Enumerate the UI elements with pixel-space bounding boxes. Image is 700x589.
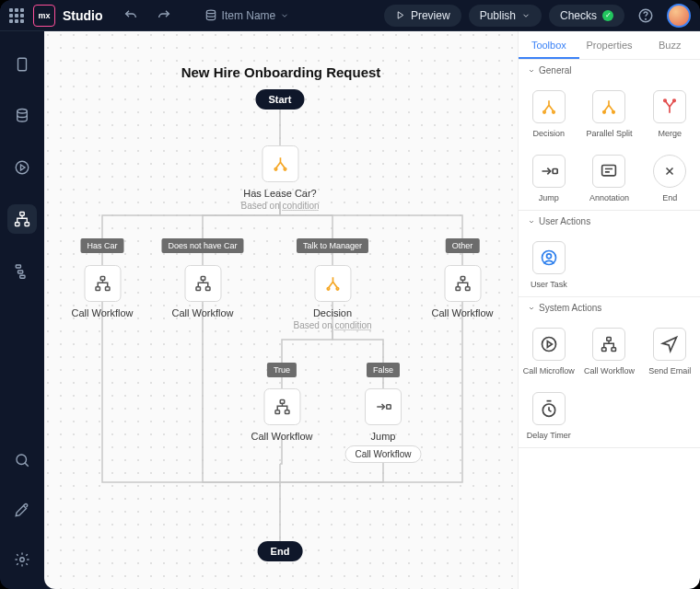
tool-annotation[interactable]: Annotation <box>579 145 640 210</box>
rail-settings[interactable] <box>7 545 37 574</box>
svg-point-41 <box>542 338 555 352</box>
svg-rect-37 <box>553 169 557 174</box>
svg-rect-20 <box>196 287 201 291</box>
edge-other: Other <box>446 238 480 253</box>
svg-point-31 <box>543 111 546 114</box>
checks-button[interactable]: Checks ✓ <box>549 5 624 27</box>
chevron-down-icon <box>528 218 535 225</box>
rail-domain[interactable] <box>7 101 37 131</box>
tool-send-email[interactable]: Send Email <box>639 318 700 383</box>
chevron-down-icon <box>528 67 535 75</box>
svg-rect-21 <box>205 287 210 291</box>
rail-search[interactable] <box>7 445 37 475</box>
chevron-down-icon <box>521 11 531 20</box>
svg-rect-27 <box>280 400 285 404</box>
workflow-icon <box>263 388 300 425</box>
redo-button[interactable] <box>151 5 177 27</box>
database-icon <box>14 108 30 124</box>
section-system: System Actions Call Microflow Call Workf… <box>519 297 700 448</box>
svg-point-23 <box>336 288 339 291</box>
rail-navigation[interactable] <box>7 256 37 285</box>
rail-microflows[interactable] <box>7 153 37 182</box>
item-name-dropdown[interactable]: Item Name <box>199 6 296 26</box>
svg-rect-18 <box>105 287 110 291</box>
svg-rect-17 <box>96 287 100 291</box>
node-cw-4[interactable]: Call Workflow <box>431 265 493 318</box>
svg-rect-42 <box>607 338 612 341</box>
decision-icon <box>262 145 298 182</box>
tool-microflow[interactable]: Call Microflow <box>519 318 579 383</box>
edge-false: False <box>367 363 400 377</box>
section-user: User Actions User Task <box>519 211 700 297</box>
start-node[interactable]: Start <box>255 89 304 110</box>
section-user-header[interactable]: User Actions <box>519 211 700 232</box>
search-icon <box>14 452 30 468</box>
svg-point-15 <box>284 168 286 171</box>
tool-parallel[interactable]: Parallel Split <box>579 81 640 145</box>
page-icon <box>14 56 30 73</box>
jump-target-chip[interactable]: Call Workflow <box>345 445 422 463</box>
svg-rect-19 <box>201 277 205 281</box>
app-header: mx Studio Item Name Preview Publish Chec… <box>0 0 700 31</box>
svg-rect-24 <box>461 277 465 281</box>
tab-toolbox[interactable]: Toolbox <box>519 31 579 59</box>
node-decision[interactable]: Decision Based on condition <box>293 265 371 330</box>
panel-tabs: Toolbox Properties Buzz <box>519 31 700 60</box>
mendix-logo: mx <box>33 5 55 27</box>
tool-end[interactable]: End <box>639 145 700 210</box>
svg-rect-16 <box>100 277 105 281</box>
tool-call-workflow[interactable]: Call Workflow <box>579 318 640 383</box>
svg-point-5 <box>16 161 29 174</box>
rail-theme[interactable] <box>7 495 37 525</box>
edge-no-car: Does not have Car <box>161 238 243 253</box>
tab-properties[interactable]: Properties <box>579 31 640 59</box>
section-system-header[interactable]: System Actions <box>519 297 700 318</box>
node-cw-true[interactable]: Call Workflow <box>251 388 312 442</box>
node-has-lease-car[interactable]: Has Lease Car? Based on condition <box>240 145 319 211</box>
node-cw-2[interactable]: Call Workflow <box>171 265 233 318</box>
play-circle-icon <box>14 159 30 176</box>
svg-point-22 <box>327 288 330 291</box>
svg-point-40 <box>546 254 551 259</box>
workflow-icon <box>184 265 221 302</box>
svg-rect-9 <box>16 265 20 268</box>
product-name: Studio <box>63 8 103 23</box>
section-general: General Decision Parallel Split Merge Ju… <box>519 60 700 211</box>
svg-point-0 <box>206 10 215 13</box>
workflow-canvas[interactable]: New Hire Onboarding Request Start Has Le… <box>44 31 518 589</box>
right-panel: Toolbox Properties Buzz General Decision… <box>518 31 700 589</box>
end-node[interactable]: End <box>258 541 303 561</box>
svg-point-12 <box>17 455 27 465</box>
rail-workflows[interactable] <box>7 204 37 234</box>
tool-delay-timer[interactable]: Delay Timer <box>519 383 579 447</box>
svg-rect-3 <box>18 58 27 71</box>
tool-jump[interactable]: Jump <box>519 145 579 210</box>
tool-decision[interactable]: Decision <box>519 81 579 145</box>
database-icon <box>204 9 217 22</box>
help-button[interactable] <box>632 4 659 28</box>
chevron-down-icon <box>528 305 535 312</box>
user-avatar[interactable] <box>667 4 691 28</box>
undo-button[interactable] <box>118 5 144 27</box>
jump-icon <box>365 388 402 425</box>
help-icon <box>637 7 654 24</box>
section-general-header[interactable]: General <box>519 60 700 81</box>
svg-rect-44 <box>612 348 616 352</box>
tool-merge[interactable]: Merge <box>639 81 700 145</box>
tool-user-task[interactable]: User Task <box>519 232 579 296</box>
publish-dropdown[interactable]: Publish <box>469 5 542 27</box>
tab-buzz[interactable]: Buzz <box>639 31 700 59</box>
node-cw-1[interactable]: Call Workflow <box>71 265 133 318</box>
node-jump[interactable]: Jump <box>365 388 402 442</box>
workflow-title: New Hire Onboarding Request <box>44 64 518 80</box>
edge-talk: Talk to Manager <box>297 238 368 253</box>
decision-icon <box>314 265 351 302</box>
rail-pages[interactable] <box>7 50 37 79</box>
svg-point-2 <box>646 18 647 19</box>
app-switcher-icon[interactable] <box>9 8 24 23</box>
svg-point-4 <box>18 110 28 114</box>
check-ok-icon: ✓ <box>602 10 613 21</box>
svg-rect-10 <box>18 271 23 273</box>
svg-point-33 <box>603 111 606 114</box>
preview-button[interactable]: Preview <box>384 5 461 27</box>
